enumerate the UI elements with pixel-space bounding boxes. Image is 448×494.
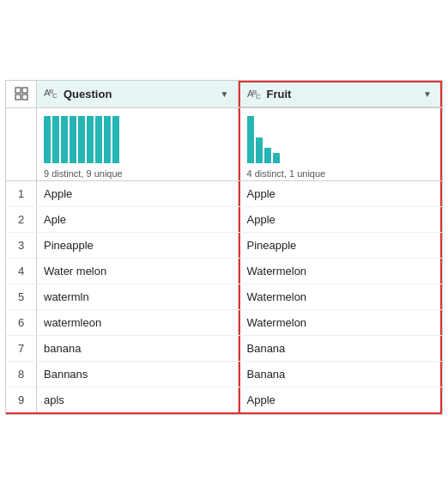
fruit-cell: Watermelon	[239, 310, 443, 335]
data-table: A B C Question ▼ A B C Fruit ▼	[5, 80, 443, 415]
question-cell: banana	[37, 336, 239, 361]
f-bar-1	[247, 116, 254, 163]
question-type-icon: A B C	[44, 87, 58, 101]
row-number: 1	[6, 181, 37, 206]
svg-rect-2	[15, 95, 21, 100]
question-cell: watermln	[37, 284, 239, 309]
fruit-bars	[247, 113, 280, 165]
table-row: 6 watermleon Watermelon	[6, 310, 442, 336]
fruit-cell: Pineapple	[239, 233, 443, 258]
f-bar-2	[256, 137, 263, 163]
question-cell: apls	[37, 387, 239, 412]
fruit-cell: Banana	[239, 362, 443, 387]
table-row: 8 Bannans Banana	[6, 362, 442, 387]
question-dropdown-arrow[interactable]: ▼	[219, 88, 231, 100]
q-bar-4	[70, 116, 76, 163]
q-bar-1	[44, 116, 51, 163]
header-row: A B C Question ▼ A B C Fruit ▼	[6, 81, 442, 108]
f-bar-4	[273, 153, 280, 163]
svg-rect-1	[22, 88, 27, 93]
row-number: 5	[6, 284, 37, 309]
row-number: 3	[6, 233, 37, 258]
question-bars	[44, 113, 119, 165]
svg-rect-3	[22, 95, 27, 100]
table-row: 9 apls Apple	[6, 387, 442, 414]
fruit-column-label: Fruit	[267, 88, 418, 101]
svg-text:C: C	[52, 92, 58, 99]
q-bar-2	[52, 116, 59, 163]
question-cell: Apple	[37, 181, 239, 206]
table-row: 1 Apple Apple	[6, 181, 442, 207]
question-cell: Aple	[37, 207, 239, 232]
fruit-cell: Apple	[239, 387, 443, 412]
question-hist-label: 9 distinct, 9 unique	[44, 168, 123, 179]
question-column-label: Question	[64, 88, 215, 101]
question-column-header[interactable]: A B C Question ▼	[37, 81, 239, 107]
row-number: 4	[6, 259, 37, 284]
table-row: 2 Aple Apple	[6, 207, 442, 233]
fruit-cell: Watermelon	[239, 284, 443, 309]
histogram-row-num	[6, 108, 37, 180]
row-number: 7	[6, 336, 37, 361]
question-cell: Pineapple	[37, 233, 239, 258]
table-row: 7 banana Banana	[6, 336, 442, 362]
fruit-cell: Apple	[239, 207, 443, 232]
fruit-hist-label: 4 distinct, 1 unique	[247, 168, 326, 179]
row-number: 6	[6, 310, 37, 335]
svg-rect-0	[15, 88, 21, 93]
fruit-cell: Watermelon	[239, 259, 443, 284]
fruit-cell: Apple	[239, 181, 443, 206]
q-bar-9	[112, 116, 119, 163]
grid-icon	[15, 87, 28, 101]
question-cell: watermleon	[37, 310, 239, 335]
fruit-dropdown-arrow[interactable]: ▼	[421, 88, 433, 101]
fruit-column-header[interactable]: A B C Fruit ▼	[239, 81, 443, 107]
fruit-cell: Banana	[239, 336, 443, 361]
q-bar-6	[87, 116, 94, 163]
fruit-histogram: 4 distinct, 1 unique	[239, 108, 443, 180]
table-row: 4 Water melon Watermelon	[6, 259, 442, 284]
svg-text:C: C	[256, 93, 261, 100]
q-bar-3	[61, 116, 68, 163]
fruit-type-icon: A B C	[247, 88, 261, 101]
question-cell: Water melon	[37, 259, 239, 284]
table-row: 3 Pineapple Pineapple	[6, 233, 442, 259]
histogram-row: 9 distinct, 9 unique 4 distinct, 1 uniqu…	[6, 108, 442, 181]
row-number: 8	[6, 362, 37, 387]
row-number: 2	[6, 207, 37, 232]
q-bar-5	[78, 116, 85, 163]
table-row: 5 watermln Watermelon	[6, 284, 442, 310]
row-number: 9	[6, 387, 37, 412]
row-number-header	[6, 81, 37, 107]
q-bar-8	[104, 116, 111, 163]
f-bar-3	[264, 148, 271, 163]
question-cell: Bannans	[37, 362, 239, 387]
q-bar-7	[95, 116, 102, 163]
question-histogram: 9 distinct, 9 unique	[37, 108, 239, 180]
